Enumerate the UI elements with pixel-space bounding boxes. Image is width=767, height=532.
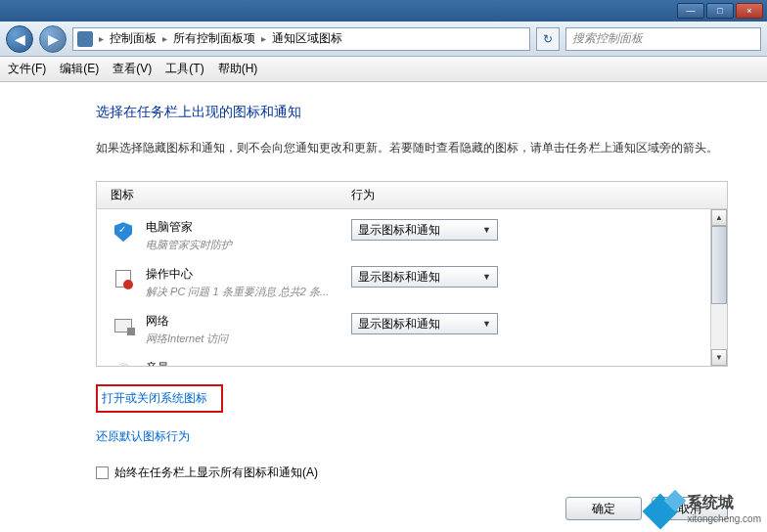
item-subtitle: 解决 PC 问题 1 条重要消息 总共2 条... [146, 285, 351, 299]
list-item: 网络 网络Internet 访问 显示图标和通知▼ [111, 313, 713, 346]
content-area: 选择在任务栏上出现的图标和通知 如果选择隐藏图标和通知，则不会向您通知更改和更新… [0, 82, 767, 532]
item-title: 电脑管家 [146, 219, 351, 236]
maximize-button[interactable]: □ [706, 3, 734, 19]
list-item: 电脑管家 电脑管家实时防护 显示图标和通知▼ [111, 219, 713, 252]
refresh-button[interactable]: ↻ [536, 27, 560, 51]
links-area: 打开或关闭系统图标 还原默认图标行为 [96, 384, 728, 459]
column-icon: 图标 [97, 187, 351, 203]
chevron-down-icon: ▼ [482, 225, 491, 235]
watermark: 系统城 xitongcheng.com [648, 491, 761, 526]
ok-button[interactable]: 确定 [565, 497, 642, 520]
menu-edit[interactable]: 编辑(E) [60, 61, 99, 77]
item-title: 音量 [146, 360, 351, 367]
list-body: 电脑管家 电脑管家实时防护 显示图标和通知▼ 操作中心 解决 PC 问题 1 条… [97, 209, 727, 367]
list-header: 图标 行为 [97, 182, 727, 209]
breadcrumb-sep: ▸ [99, 33, 104, 44]
chevron-down-icon: ▼ [482, 272, 491, 282]
item-subtitle: 电脑管家实时防护 [146, 238, 351, 252]
list-item: 操作中心 解决 PC 问题 1 条重要消息 总共2 条... 显示图标和通知▼ [111, 266, 713, 299]
address-bar[interactable]: ▸ 控制面板 ▸ 所有控制面板项 ▸ 通知区域图标 [72, 27, 530, 51]
always-show-label: 始终在任务栏上显示所有图标和通知(A) [114, 465, 318, 481]
page-description: 如果选择隐藏图标和通知，则不会向您通知更改和更新。若要随时查看隐藏的图标，请单击… [96, 139, 728, 157]
scroll-up-button[interactable]: ▲ [711, 209, 727, 226]
behavior-select[interactable]: 显示图标和通知▼ [351, 313, 498, 334]
column-behavior: 行为 [351, 187, 727, 203]
toggle-system-icons-link[interactable]: 打开或关闭系统图标 [96, 384, 223, 413]
search-input[interactable]: 搜索控制面板 [565, 27, 761, 51]
minimize-button[interactable]: — [677, 3, 704, 19]
page-title: 选择在任务栏上出现的图标和通知 [96, 104, 728, 121]
item-subtitle: 网络Internet 访问 [146, 332, 351, 346]
volume-icon [111, 360, 136, 367]
always-show-row: 始终在任务栏上显示所有图标和通知(A) [96, 465, 728, 481]
breadcrumb-item[interactable]: 控制面板 [110, 30, 157, 47]
restore-default-link[interactable]: 还原默认图标行为 [96, 428, 190, 445]
navigation-bar: ◀ ▶ ▸ 控制面板 ▸ 所有控制面板项 ▸ 通知区域图标 ↻ 搜索控制面板 [0, 22, 767, 57]
watermark-url: xitongcheng.com [687, 513, 761, 524]
control-panel-icon [77, 31, 93, 47]
breadcrumb-item[interactable]: 通知区域图标 [272, 30, 342, 47]
watermark-text: 系统城 [687, 493, 761, 513]
menu-file[interactable]: 文件(F) [8, 61, 46, 77]
list-item: 音量 [111, 360, 713, 367]
menu-bar: 文件(F) 编辑(E) 查看(V) 工具(T) 帮助(H) [0, 57, 767, 82]
icon-list: 图标 行为 电脑管家 电脑管家实时防护 显示图标和通知▼ 操作中心 解决 PC … [96, 181, 728, 367]
window-titlebar: — □ × [0, 0, 767, 22]
shield-icon [111, 219, 136, 244]
back-button[interactable]: ◀ [6, 25, 33, 53]
watermark-icon [648, 491, 683, 526]
menu-help[interactable]: 帮助(H) [218, 61, 258, 77]
menu-tools[interactable]: 工具(T) [165, 61, 203, 77]
always-show-checkbox[interactable] [96, 466, 109, 479]
item-title: 操作中心 [146, 266, 351, 283]
behavior-select[interactable]: 显示图标和通知▼ [351, 266, 498, 288]
chevron-down-icon: ▼ [482, 319, 491, 329]
flag-icon [111, 266, 136, 291]
scrollbar[interactable]: ▲ ▼ [710, 209, 727, 366]
close-button[interactable]: × [736, 3, 763, 19]
breadcrumb-item[interactable]: 所有控制面板项 [173, 30, 255, 47]
breadcrumb-sep: ▸ [162, 33, 167, 44]
behavior-select[interactable]: 显示图标和通知▼ [351, 219, 498, 241]
menu-view[interactable]: 查看(V) [113, 61, 152, 77]
network-icon [111, 313, 136, 338]
item-title: 网络 [146, 313, 351, 330]
scroll-down-button[interactable]: ▼ [711, 349, 727, 366]
scroll-thumb[interactable] [711, 226, 727, 304]
breadcrumb-sep: ▸ [261, 33, 266, 44]
forward-button[interactable]: ▶ [39, 25, 67, 53]
